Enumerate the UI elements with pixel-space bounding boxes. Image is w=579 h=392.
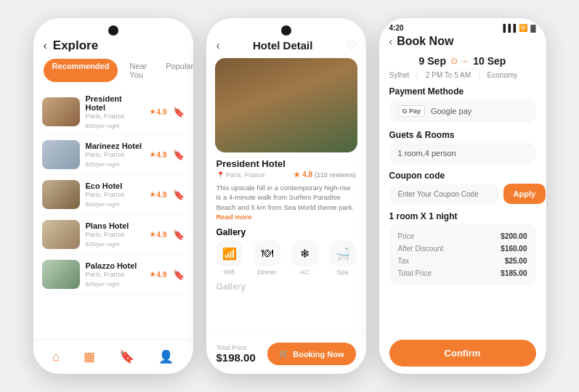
- booking-now-button[interactable]: 🛒 Booking Now: [267, 343, 355, 365]
- read-more-link[interactable]: Read more: [216, 213, 252, 221]
- date-row: 9 Sep ⊙ → 10 Sep: [379, 52, 546, 70]
- hotel-info: Palazzo Hotel Paris, France $45/per nigh…: [86, 261, 144, 287]
- hero-image-inner: [215, 58, 357, 152]
- guests-section-title: Guets & Rooms: [379, 127, 546, 143]
- gallery-section-label: Gallery: [206, 276, 366, 295]
- bookmark-icon[interactable]: 🔖: [173, 189, 185, 200]
- hotel-price: $40/per night: [86, 200, 144, 208]
- gallery-icons: 📶 Wifi 🍽 Dinner ❄ AC 🛁 Spa: [206, 240, 366, 276]
- coupon-input[interactable]: [389, 184, 499, 204]
- price-row-discount: After Discount $160.00: [398, 242, 527, 255]
- detail-location: 📍 Paris, France: [216, 171, 265, 179]
- bookmark-icon[interactable]: 🔖: [173, 269, 185, 280]
- bookmark-icon[interactable]: 🔖: [173, 107, 185, 118]
- gallery-title: Gallery: [206, 221, 366, 240]
- ac-label: AC: [300, 269, 309, 276]
- hotel-rating: ★ 4.9: [150, 231, 167, 239]
- total-price-value: $185.00: [501, 269, 527, 277]
- wifi-label: Wifi: [224, 269, 235, 276]
- date-end: 10 Sep: [473, 55, 506, 67]
- saved-nav-icon[interactable]: 🔖: [119, 349, 134, 364]
- hotel-name: Plans Hotel: [86, 221, 144, 230]
- bookmark-icon[interactable]: 🔖: [173, 150, 185, 160]
- home-nav-icon[interactable]: ⌂: [52, 350, 60, 364]
- phone-hotel-detail: ‹ Hotel Detail ♡ President Hotel 📍 Paris…: [206, 18, 366, 374]
- battery-icon: ▓: [530, 24, 535, 32]
- price-row-total: Total Price $185.00: [398, 267, 527, 279]
- hotel-item[interactable]: Palazzo Hotel Paris, France $45/per nigh…: [42, 255, 185, 295]
- rating-row: 📍 Paris, France ★ 4.8 (110 reviews): [216, 171, 356, 179]
- hotel-item[interactable]: Marineez Hotel Paris, France $35/per nig…: [42, 135, 185, 175]
- profile-nav-icon[interactable]: 👤: [158, 349, 174, 364]
- star-icon: ★: [150, 151, 155, 158]
- detail-footer: Total Price $198.00 🛒 Booking Now: [206, 333, 366, 374]
- hotel-thumbnail: [42, 220, 80, 249]
- hotel-info: Marineez Hotel Paris, France $35/per nig…: [86, 142, 144, 168]
- detail-header: ‹ Hotel Detail ♡: [206, 18, 366, 58]
- payment-method-box[interactable]: G Pay Google pay: [389, 99, 536, 123]
- hotel-hero-image: [215, 58, 357, 152]
- hotel-price: $35/per night: [86, 240, 144, 248]
- hotel-list: President Hotel Paris, France $30/per ni…: [33, 89, 193, 295]
- hotel-name: President Hotel: [86, 94, 144, 112]
- total-price-block: Total Price $198.00: [216, 344, 256, 364]
- price-value: $200.00: [501, 232, 527, 240]
- hotel-name: Eco Hotel: [86, 181, 144, 190]
- spa-label: Spa: [336, 269, 348, 276]
- hotel-item[interactable]: Eco Hotel Paris, France $40/per night ★ …: [42, 175, 185, 215]
- hotel-info: Plans Hotel Paris, France $35/per night: [86, 221, 144, 248]
- tab-popular[interactable]: Popular: [158, 59, 193, 82]
- hotel-name: Palazzo Hotel: [86, 261, 144, 270]
- bookmark-icon[interactable]: 🔖: [173, 229, 185, 240]
- status-time: 4:20: [389, 24, 404, 32]
- gpay-badge: G Pay: [398, 105, 426, 117]
- detail-hotel-name: President Hotel: [216, 158, 356, 169]
- price-row-price: Price $200.00: [398, 230, 527, 242]
- notch: [281, 25, 291, 36]
- back-icon[interactable]: ‹: [389, 36, 393, 47]
- gallery-item-dinner: 🍽 Dinner: [254, 240, 280, 276]
- apply-button[interactable]: Apply: [503, 184, 546, 204]
- hotel-rating: ★ 4.9: [150, 191, 167, 199]
- date-start: 9 Sep: [419, 55, 446, 67]
- payment-method-label: Google pay: [431, 107, 471, 115]
- wifi-status-icon: 🛜: [519, 24, 527, 32]
- booking-info-row: Sylhet | 2 PM To 5 AM | Economy: [379, 70, 546, 83]
- explore-header: ‹ Explore: [33, 18, 193, 59]
- gallery-item-ac: ❄ AC: [292, 240, 318, 276]
- star-icon: ★: [150, 191, 155, 198]
- guests-rooms-box[interactable]: 1 room,4 person: [389, 143, 536, 163]
- heart-icon[interactable]: ♡: [346, 38, 356, 52]
- total-price-value: $198.00: [216, 351, 256, 364]
- hotel-item[interactable]: President Hotel Paris, France $30/per ni…: [42, 89, 185, 135]
- tab-near-you[interactable]: Near You: [122, 59, 154, 82]
- explore-title: Explore: [53, 38, 98, 53]
- back-icon[interactable]: ‹: [44, 39, 47, 52]
- back-icon[interactable]: ‹: [216, 39, 220, 52]
- bottom-nav: ⌂ ▦ 🔖 👤: [33, 339, 193, 374]
- star-icon: ★: [150, 231, 155, 238]
- discount-value: $160.00: [501, 245, 527, 253]
- hotel-item[interactable]: Plans Hotel Paris, France $35/per night …: [42, 215, 185, 255]
- hotel-location: Paris, France: [86, 271, 144, 278]
- hotel-name: Marineez Hotel: [86, 142, 144, 150]
- hotel-price: $45/per night: [86, 279, 144, 287]
- notch: [108, 25, 118, 36]
- hotel-price: $30/per night: [86, 121, 144, 129]
- signal-icon: ▐▐▐: [501, 24, 516, 32]
- spa-icon: 🛁: [330, 240, 356, 266]
- tax-label: Tax: [398, 257, 410, 265]
- guests-value: 1 room,4 person: [398, 149, 456, 158]
- hotel-location: Paris, France: [86, 151, 144, 158]
- status-bar: 4:20 ▐▐▐ 🛜 ▓: [379, 18, 546, 32]
- tab-recommended[interactable]: Recommended: [44, 59, 118, 82]
- booking-time: 2 PM To 5 AM: [426, 71, 471, 79]
- hotel-price: $35/per night: [86, 160, 144, 168]
- gallery-item-wifi: 📶 Wifi: [216, 240, 243, 276]
- confirm-button[interactable]: Confirm: [389, 340, 536, 367]
- hotel-rating: ★ 4.9: [150, 151, 167, 159]
- hotel-location: Paris, France: [86, 113, 144, 120]
- booking-location: Sylhet: [389, 71, 410, 79]
- bookings-nav-icon[interactable]: ▦: [84, 349, 95, 364]
- date-arrow-icon: ⊙ →: [450, 56, 469, 66]
